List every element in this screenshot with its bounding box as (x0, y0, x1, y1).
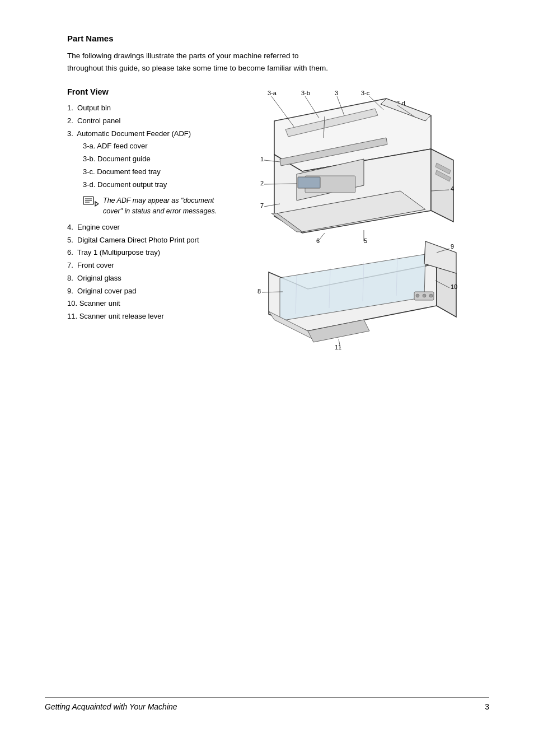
list-item: 3-c. Document feed tray (83, 166, 241, 179)
left-column: Front View 1. Output bin 2. Control pane… (67, 87, 241, 323)
note-icon (83, 196, 99, 209)
page: Part Names The following drawings illust… (0, 0, 534, 756)
list-item: 2. Control panel (67, 115, 241, 128)
svg-text:5: 5 (364, 237, 367, 244)
svg-text:8: 8 (257, 288, 261, 295)
svg-text:3-b: 3-b (301, 90, 310, 96)
list-item: 3-d. Document output tray (83, 179, 241, 192)
svg-text:3-c: 3-c (361, 90, 370, 96)
note-box: The ADF may appear as "document cover" i… (83, 195, 223, 217)
machine-diagram: 3-a 3-b 3 3-c 3-d (252, 87, 459, 356)
section-title: Part Names (67, 34, 489, 43)
list-item: 3-a. ADF feed cover (83, 140, 241, 153)
list-item: 7. Front cover (67, 259, 241, 272)
list-item: 8. Original glass (67, 272, 241, 285)
svg-text:7: 7 (260, 202, 264, 209)
svg-point-37 (429, 294, 433, 297)
front-view-section: Front View 1. Output bin 2. Control pane… (67, 87, 489, 358)
right-column: 3-a 3-b 3 3-c 3-d (252, 87, 489, 358)
svg-point-36 (423, 294, 426, 297)
list-item: 5. Digital Camera Direct Photo Print por… (67, 234, 241, 247)
sub-list: 3-a. ADF feed cover 3-b. Document guide … (67, 140, 241, 191)
svg-marker-4 (95, 202, 99, 206)
note-text: The ADF may appear as "document cover" i… (103, 195, 223, 217)
svg-text:3-a: 3-a (268, 90, 277, 96)
svg-text:11: 11 (335, 344, 341, 351)
footer: Getting Acquainted with Your Machine 3 (45, 697, 489, 711)
intro-text: The following drawings illustrate the pa… (67, 50, 336, 74)
footer-page: 3 (485, 702, 489, 711)
list-item: 1. Output bin (67, 102, 241, 115)
list-item: 11. Scanner unit release lever (67, 310, 241, 323)
list-item: 4. Engine cover (67, 221, 241, 234)
list-item: 9. Original cover pad (67, 285, 241, 298)
svg-text:10: 10 (451, 283, 457, 290)
scanner-unit: 8 9 10 11 (257, 241, 457, 351)
list-item: 10. Scanner unit (67, 297, 241, 310)
list-item: 6. Tray 1 (Multipurpose tray) (67, 246, 241, 259)
front-view-title: Front View (67, 87, 241, 96)
svg-text:2: 2 (260, 180, 264, 186)
footer-text: Getting Acquainted with Your Machine (45, 702, 177, 711)
svg-rect-17 (298, 177, 320, 188)
list-item: 3-b. Document guide (83, 153, 241, 166)
svg-text:9: 9 (451, 243, 454, 250)
svg-text:4: 4 (451, 185, 454, 192)
svg-text:1: 1 (260, 156, 264, 162)
list-item: 3. Automatic Document Feeder (ADF) 3-a. … (67, 128, 241, 217)
svg-text:6: 6 (316, 237, 320, 244)
svg-point-35 (416, 294, 419, 297)
svg-text:3: 3 (335, 90, 338, 96)
parts-list: 1. Output bin 2. Control panel 3. Automa… (67, 102, 241, 323)
